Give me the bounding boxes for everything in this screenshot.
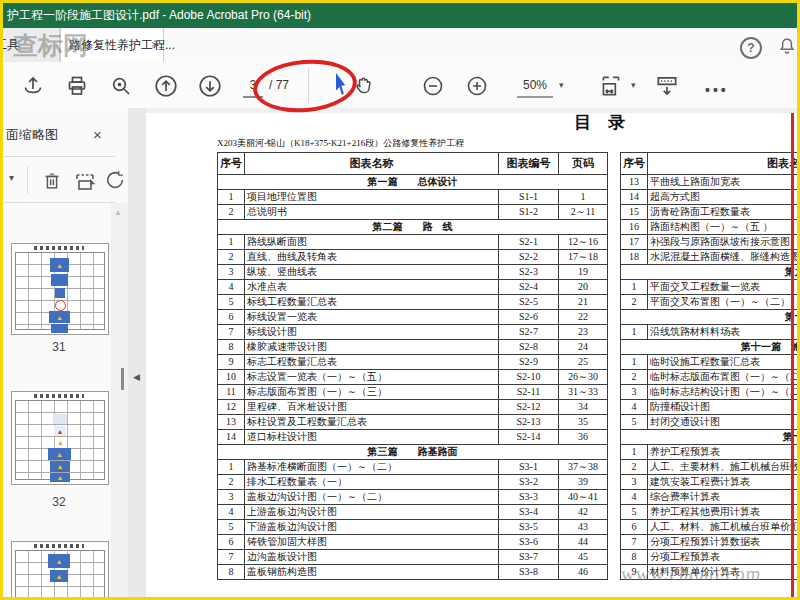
table-row: 3建筑安装工程费计算表 (621, 475, 798, 490)
section-row: 第十二篇 (621, 430, 798, 445)
table-row: 4综合费率计算表 (621, 490, 798, 505)
zoom-dropdown-icon[interactable]: ▾ (559, 80, 564, 90)
traffic-sign-image: ▲ (50, 461, 70, 472)
more-tools-icon[interactable]: ••• (705, 82, 729, 98)
traffic-sign-image: ▲ (48, 448, 71, 460)
table-row: 4水准点表S2-420 (218, 280, 608, 295)
table-row: 8盖板钢筋构造图S3-846 (218, 565, 608, 580)
table-header-row: 序号图表名称 (621, 153, 798, 175)
table-row: 7标线设计图S2-723 (218, 325, 608, 340)
thumbnails-panel-title: 面缩略图 (6, 126, 58, 144)
table-row: 1沿线筑路材料料场表 (621, 325, 798, 340)
table-row: 12里程碑、百米桩设计图S2-1234 (218, 400, 608, 415)
zoom-out-icon[interactable] (420, 73, 446, 99)
table-row: 17补强段与原路面纵坡衔接示意图 (621, 235, 798, 250)
document-pane[interactable]: 目 录 X203美丽河-锦山（K18+375-K21+216段）公路修复性养护工… (146, 108, 797, 597)
traffic-sign-image: ▲ (49, 311, 70, 323)
table-row: 1平面交叉工程数量一览表 (621, 280, 798, 295)
watermark-top-left: 查标网 (13, 29, 88, 62)
project-name: X203美丽河-锦山（K18+375-K21+216段）公路修复性养护工程 (217, 137, 464, 150)
thumbnails-panel: 面缩略图 × ▾ (3, 108, 128, 597)
traffic-sign-image: ▲ (50, 473, 70, 482)
table-row: 10标志设置一览表（一）～（五）S2-1026～30 (218, 370, 608, 385)
traffic-sign-image: ▲ (50, 258, 69, 272)
panel-splitter[interactable]: ◀ (128, 108, 146, 597)
traffic-sign-image: ▲ (56, 438, 65, 447)
rotate-page-icon[interactable] (105, 169, 127, 193)
splitter-drag-handle[interactable] (121, 368, 124, 390)
table-row: 6铸铁管加固大样图S3-644 (218, 535, 608, 550)
table-row: 6标线设置一览表S2-622 (218, 310, 608, 325)
watermark-bottom-right: www.chdao.com (620, 563, 762, 585)
panel-options-dropdown-icon[interactable]: ▾ (9, 172, 14, 183)
table-row: 1路线纵断面图S2-112～16 (218, 235, 608, 250)
next-page-icon[interactable] (197, 73, 223, 99)
section-row: 第六篇 (621, 265, 798, 280)
tab-close-icon[interactable]: × (151, 28, 158, 62)
thumbnail-title-strip (34, 394, 84, 398)
scroll-up-icon[interactable]: ▲ (114, 208, 122, 217)
thumbnail-title-strip (34, 246, 84, 250)
table-row: 9标志工程数量汇总表S2-925 (218, 355, 608, 370)
acrobat-window: 护工程一阶段施工图设计.pdf - Adobe Acrobat Pro (64-… (0, 0, 800, 600)
toolbar-panel-icon[interactable] (654, 73, 680, 99)
table-row: 2直线、曲线及转角表S2-217～18 (218, 250, 608, 265)
table-row: 18水泥混凝土路面横缝、胀缝构造图 (621, 250, 798, 265)
fit-dropdown-icon[interactable]: ▾ (631, 80, 636, 90)
search-icon[interactable] (108, 73, 134, 99)
section-row: 第三篇 路基路面 (218, 445, 608, 460)
zoom-level-input[interactable]: 50% (517, 76, 553, 98)
previous-page-icon[interactable] (153, 73, 179, 99)
table-row: 1养护工程预算表 (621, 445, 798, 460)
table-row: 2临时标志版面布置图（一）～（二） (621, 370, 798, 385)
traffic-sign-image (51, 324, 68, 333)
print-icon[interactable] (64, 73, 90, 99)
share-icon[interactable] (20, 73, 46, 99)
table-row: 1临时设施工程数量汇总表 (621, 355, 798, 370)
table-row: 7分项工程预算计算数据表 (621, 535, 798, 550)
thumbnail-title-strip (34, 544, 84, 548)
thumbnail-label[interactable]: 31 (11, 340, 107, 354)
table-row: 8橡胶减速带设计图S2-824 (218, 340, 608, 355)
help-icon[interactable]: ? (740, 37, 762, 59)
table-row: 13平曲线上路面加宽表 (621, 175, 798, 190)
traffic-sign-image: ▲ (48, 554, 70, 568)
toc-table-left: 序号图表名称图表编号页码第一篇 总体设计1项目地理位置图S1-112总说明书S1… (217, 152, 608, 580)
traffic-sign-image: ▲ (50, 570, 68, 582)
table-row: 14超高方式图 (621, 190, 798, 205)
table-row: 13标柱设置及工程数量汇总表S2-1335 (218, 415, 608, 430)
zoom-in-icon[interactable] (464, 73, 490, 99)
table-row: 11标志版面布置图（一）～（三）S2-1131～33 (218, 385, 608, 400)
panel-scrollbar[interactable] (111, 203, 128, 597)
app-body: 面缩略图 × ▾ (3, 108, 797, 597)
table-row: 2排水工程数量表（一）S3-239 (218, 475, 608, 490)
panel-divider (3, 202, 115, 203)
traffic-sign-image: ▲ (54, 426, 66, 436)
thumbnail-label[interactable]: 32 (11, 495, 107, 509)
main-toolbar: 3 / 77 50% ▾ ▾ (3, 62, 797, 109)
page-thumbnail-32[interactable]: ▲ ▲ ▲ ▲ ▲ (11, 391, 109, 485)
section-row: 第一篇 总体设计 (218, 175, 608, 190)
section-row: 第十篇 (621, 310, 798, 325)
panel-toolbar: ▾ (3, 164, 115, 202)
crop-page-icon[interactable] (73, 169, 97, 193)
notification-bell-icon[interactable] (777, 36, 797, 56)
table-row: 5下游盖板边沟设计图S3-543 (218, 520, 608, 535)
panel-collapse-icon[interactable]: ◀ (133, 372, 140, 382)
table-row: 3纵坡、竖曲线表S2-319 (218, 265, 608, 280)
fit-width-icon[interactable] (598, 73, 624, 99)
table-row: 5养护工程其他费用计算表 (621, 505, 798, 520)
table-row: 3盖板边沟设计图（一）～（二）S3-340～41 (218, 490, 608, 505)
panel-divider (3, 156, 115, 157)
table-row: 5标线工程数量汇总表S2-521 (218, 295, 608, 310)
table-row: 2平面交叉布置图（一）～（二） (621, 295, 798, 310)
page-thumbnail-next[interactable]: ▲ ▲ (11, 541, 109, 597)
table-row: 1路基标准横断面图（一）～（二）S3-137～38 (218, 460, 608, 475)
page-thumbnail-31[interactable]: ▲ ▲ (11, 243, 109, 335)
panel-close-icon[interactable]: × (93, 126, 102, 143)
section-row: 第二篇 路 线 (218, 220, 608, 235)
table-row: 6人工、材料、施工机械台班单价汇总表 (621, 520, 798, 535)
table-row: 4防撞桶设计图 (621, 400, 798, 415)
delete-page-icon[interactable] (41, 169, 63, 193)
table-header-row: 序号图表名称图表编号页码 (218, 153, 608, 175)
